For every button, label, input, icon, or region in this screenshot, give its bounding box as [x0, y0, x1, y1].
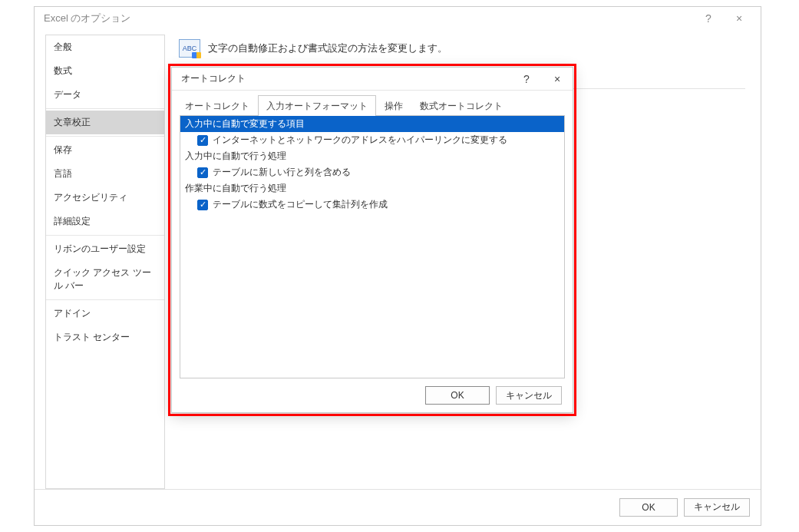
sidebar-item-save[interactable]: 保存: [46, 138, 164, 162]
section-auto-as-you-work: 作業中に自動で行う処理: [180, 180, 564, 197]
sidebar-item-advanced[interactable]: 詳細設定: [46, 210, 164, 233]
inner-close-button[interactable]: ×: [542, 68, 573, 90]
tabstrip: オートコレクト 入力オートフォーマット 操作 数式オートコレクト: [172, 94, 573, 115]
help-button[interactable]: ?: [693, 8, 724, 29]
outer-ok-button[interactable]: OK: [619, 498, 678, 517]
sidebar-item-formulas[interactable]: 数式: [46, 59, 164, 83]
checkbox-icon: ✓: [197, 200, 208, 210]
section-replace-as-type: 入力中に自動で変更する項目: [180, 116, 564, 132]
close-button[interactable]: ×: [724, 8, 754, 29]
tab-autoformat[interactable]: 入力オートフォーマット: [258, 95, 376, 116]
options-sidebar: 全般 数式 データ 文章校正 保存 言語 アクセシビリティ 詳細設定 リボンのユ…: [45, 35, 165, 489]
sidebar-item-trust[interactable]: トラスト センター: [46, 325, 164, 349]
outer-cancel-button[interactable]: キャンセル: [684, 498, 750, 517]
sidebar-item-qat[interactable]: クイック アクセス ツール バー: [46, 261, 164, 298]
check-row-hyperlink[interactable]: ✓ インターネットとネットワークのアドレスをハイパーリンクに変更する: [180, 132, 564, 148]
sidebar-item-ribbon[interactable]: リボンのユーザー設定: [46, 237, 164, 261]
content-header: ABC 文字の自動修正および書式設定の方法を変更します。: [179, 39, 745, 65]
tab-actions[interactable]: 操作: [376, 95, 411, 116]
sidebar-item-language[interactable]: 言語: [46, 162, 164, 186]
inner-title: オートコレクト: [181, 72, 246, 85]
inner-ok-button[interactable]: OK: [425, 386, 490, 405]
outer-titlebar: Excel のオプション ? ×: [35, 7, 761, 30]
autocorrect-icon: ABC: [179, 39, 200, 58]
tab-autocorrect[interactable]: オートコレクト: [177, 95, 258, 116]
sidebar-item-addins[interactable]: アドイン: [46, 302, 164, 325]
autocorrect-dialog: オートコレクト ? × オートコレクト 入力オートフォーマット 操作 数式オート…: [171, 67, 573, 413]
inner-footer: OK キャンセル: [172, 378, 573, 412]
tab-body: 入力中に自動で変更する項目 ✓ インターネットとネットワークのアドレスをハイパー…: [180, 115, 565, 378]
checkbox-icon: ✓: [197, 135, 208, 146]
tab-math-autocorrect[interactable]: 数式オートコレクト: [411, 95, 511, 116]
check-row-fill-formulas[interactable]: ✓ テーブルに数式をコピーして集計列を作成: [180, 197, 564, 213]
check-row-table-rows[interactable]: ✓ テーブルに新しい行と列を含める: [180, 164, 564, 180]
check-label-hyperlink: インターネットとネットワークのアドレスをハイパーリンクに変更する: [213, 134, 507, 147]
check-label-table-rows: テーブルに新しい行と列を含める: [213, 166, 351, 179]
content-header-text: 文字の自動修正および書式設定の方法を変更します。: [208, 41, 447, 55]
outer-footer: OK キャンセル: [35, 489, 761, 524]
check-label-fill-formulas: テーブルに数式をコピーして集計列を作成: [213, 198, 388, 211]
sidebar-item-proofing[interactable]: 文章校正: [46, 111, 164, 134]
section-apply-as-type: 入力中に自動で行う処理: [180, 148, 564, 164]
sidebar-item-data[interactable]: データ: [46, 83, 164, 107]
sidebar-item-accessibility[interactable]: アクセシビリティ: [46, 186, 164, 210]
sidebar-item-general[interactable]: 全般: [46, 35, 164, 59]
outer-title: Excel のオプション: [44, 12, 130, 25]
inner-cancel-button[interactable]: キャンセル: [496, 386, 562, 405]
checkbox-icon: ✓: [197, 167, 208, 178]
inner-help-button[interactable]: ?: [511, 68, 542, 90]
inner-titlebar: オートコレクト ? ×: [172, 68, 573, 91]
abc-icon-label: ABC: [183, 45, 197, 52]
